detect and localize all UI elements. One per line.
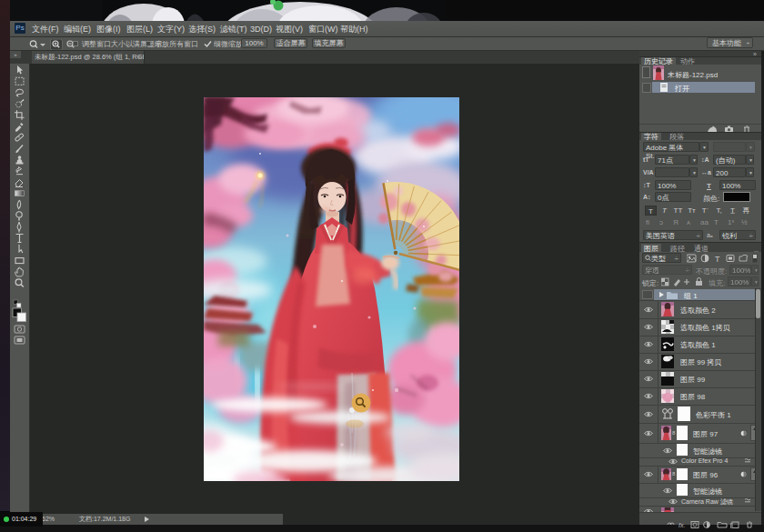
svg-text:fx.: fx. [679, 522, 685, 528]
svg-text:T: T [715, 255, 720, 264]
